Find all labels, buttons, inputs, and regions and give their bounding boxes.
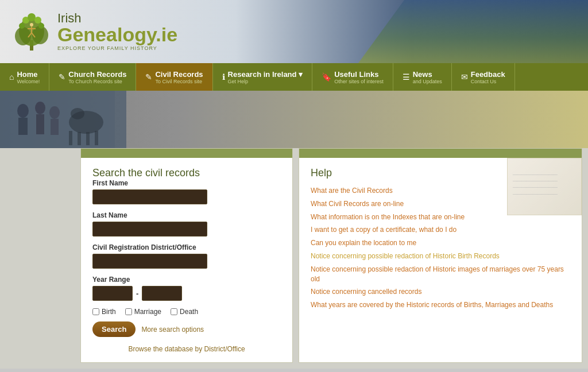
nav-research-title: Research in Ireland ▾	[228, 70, 303, 79]
last-name-input[interactable]	[92, 222, 207, 237]
nav-church-title: Church Records	[68, 70, 126, 79]
help-doc-bg: ____________________ ___________________…	[507, 158, 582, 215]
logo-tree-icon	[11, 9, 52, 55]
svg-rect-26	[95, 131, 98, 145]
svg-point-19	[49, 106, 60, 119]
banner-svg	[0, 91, 126, 148]
logo: Irish Genealogy.ie EXPLORE YOUR FAMILY H…	[11, 9, 177, 55]
content-area: Search the civil records First Name Last…	[0, 148, 588, 369]
svg-point-6	[34, 17, 41, 24]
browse-link[interactable]: Browse the database by District/Office	[92, 345, 281, 353]
svg-point-5	[28, 13, 36, 21]
nav-home-title: Home	[17, 70, 40, 79]
nav-links-title: Useful Links	[334, 70, 384, 79]
svg-rect-16	[18, 118, 28, 135]
external-icon-civil: ✎	[145, 72, 152, 82]
nav-feedback-sub: Contact Us	[471, 79, 505, 84]
district-group: Civil Registration District/Office	[92, 243, 281, 269]
nav-civil-records[interactable]: ✎ Civil Records To Civil Records site	[136, 63, 212, 91]
nav-links-sub: Other sites of interest	[334, 79, 384, 84]
birth-checkbox-label[interactable]: Birth	[92, 308, 116, 316]
help-link-4[interactable]: Can you explain the location to me	[311, 238, 570, 248]
search-button[interactable]: Search	[92, 321, 136, 337]
logo-genealogy: Genealogy.ie	[57, 25, 177, 44]
info-icon: ℹ	[222, 72, 225, 82]
home-icon: ⌂	[9, 72, 14, 82]
year-range-label: Year Range	[92, 276, 281, 284]
last-name-label: Last Name	[92, 211, 281, 219]
year-to-input[interactable]	[142, 286, 182, 301]
search-title: Search the civil records	[92, 167, 281, 179]
nav-home-sub: Welcome!	[17, 79, 40, 84]
death-label: Death	[180, 308, 198, 316]
nav-church-records[interactable]: ✎ Church Records To Church Records site	[49, 63, 136, 91]
svg-rect-24	[78, 132, 81, 145]
help-link-5[interactable]: Notice concerning possible redaction of …	[311, 251, 570, 261]
more-options-link[interactable]: More search options	[141, 326, 204, 334]
svg-point-9	[30, 23, 33, 26]
help-link-8[interactable]: What years are covered by the Historic r…	[311, 300, 570, 310]
first-name-input[interactable]	[92, 189, 207, 204]
nav-civil-title: Civil Records	[155, 70, 203, 79]
help-card: ____________________ ___________________…	[299, 148, 582, 363]
search-card-body: Search the civil records First Name Last…	[81, 158, 292, 362]
banner-image	[0, 91, 115, 148]
nav-research-sub: Get Help	[228, 79, 303, 84]
year-range-inputs: -	[92, 286, 281, 301]
nav-research[interactable]: ℹ Research in Ireland ▾ Get Help	[213, 63, 313, 91]
marriage-label: Marriage	[134, 308, 161, 316]
main-nav: ⌂ Home Welcome! ✎ Church Records To Chur…	[0, 63, 588, 91]
first-name-label: First Name	[92, 179, 281, 187]
last-name-group: Last Name	[92, 211, 281, 237]
year-range-group: Year Range -	[92, 276, 281, 301]
svg-point-15	[17, 104, 29, 118]
search-actions: Search More search options	[92, 321, 281, 337]
logo-text: Irish Genealogy.ie EXPLORE YOUR FAMILY H…	[57, 12, 177, 51]
district-input[interactable]	[92, 254, 207, 269]
nav-civil-sub: To Civil Records site	[155, 79, 203, 84]
first-name-group: First Name	[92, 179, 281, 204]
svg-point-22	[71, 108, 84, 119]
marriage-checkbox-label[interactable]: Marriage	[125, 308, 161, 316]
death-checkbox[interactable]	[171, 308, 177, 315]
svg-rect-25	[86, 132, 90, 145]
help-link-3[interactable]: I want to get a copy of a certificate, w…	[311, 225, 570, 235]
external-icon-church: ✎	[59, 72, 65, 82]
nav-news-sub: and Updates	[413, 79, 442, 84]
logo-irish: Irish	[57, 12, 177, 25]
nav-church-sub: To Church Records site	[68, 79, 126, 84]
list-icon: ☰	[403, 72, 410, 82]
help-card-body: ____________________ ___________________…	[299, 158, 582, 323]
death-checkbox-label[interactable]: Death	[171, 308, 198, 316]
district-label: Civil Registration District/Office	[92, 243, 281, 251]
svg-rect-18	[36, 114, 44, 134]
hero-banner	[0, 91, 588, 148]
nav-news[interactable]: ☰ News and Updates	[393, 63, 452, 91]
search-card: Search the civil records First Name Last…	[80, 148, 293, 363]
email-icon: ✉	[461, 72, 468, 82]
logo-tagline: EXPLORE YOUR FAMILY HISTORY	[57, 45, 177, 51]
marriage-checkbox[interactable]	[125, 308, 132, 315]
record-type-checkboxes: Birth Marriage Death	[92, 308, 281, 316]
nav-useful-links[interactable]: 🔖 Useful Links Other sites of interest	[312, 63, 393, 91]
svg-point-7	[19, 23, 25, 29]
nav-news-title: News	[413, 70, 442, 79]
help-card-header	[299, 149, 582, 158]
year-from-input[interactable]	[92, 286, 133, 301]
year-separator: -	[136, 289, 138, 298]
svg-point-17	[35, 102, 45, 114]
svg-point-8	[38, 23, 44, 29]
search-card-header	[81, 149, 292, 158]
svg-rect-23	[69, 131, 72, 145]
nav-feedback-title: Feedback	[471, 70, 505, 79]
nav-feedback[interactable]: ✉ Feedback Contact Us	[452, 63, 515, 91]
header: Irish Genealogy.ie EXPLORE YOUR FAMILY H…	[0, 0, 588, 63]
birth-checkbox[interactable]	[92, 308, 99, 315]
bookmark-icon: 🔖	[322, 72, 331, 82]
nav-home[interactable]: ⌂ Home Welcome!	[0, 63, 49, 91]
birth-label: Birth	[102, 308, 116, 316]
help-link-6[interactable]: Notice concerning possible redaction of …	[311, 265, 570, 284]
svg-rect-20	[51, 119, 59, 135]
help-link-7[interactable]: Notice concerning cancelled records	[311, 287, 570, 297]
